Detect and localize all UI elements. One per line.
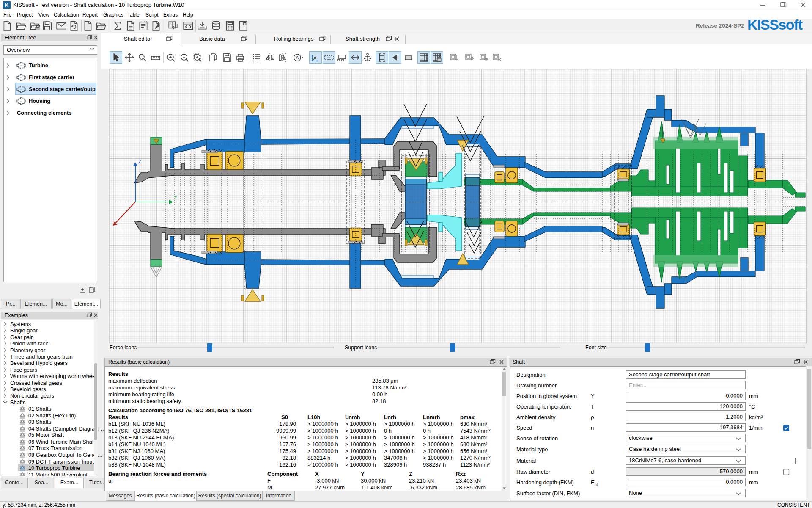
svg-text:Z: Z — [138, 159, 141, 164]
svg-text:Y: Y — [174, 195, 178, 200]
svg-text:A: A — [296, 55, 299, 60]
